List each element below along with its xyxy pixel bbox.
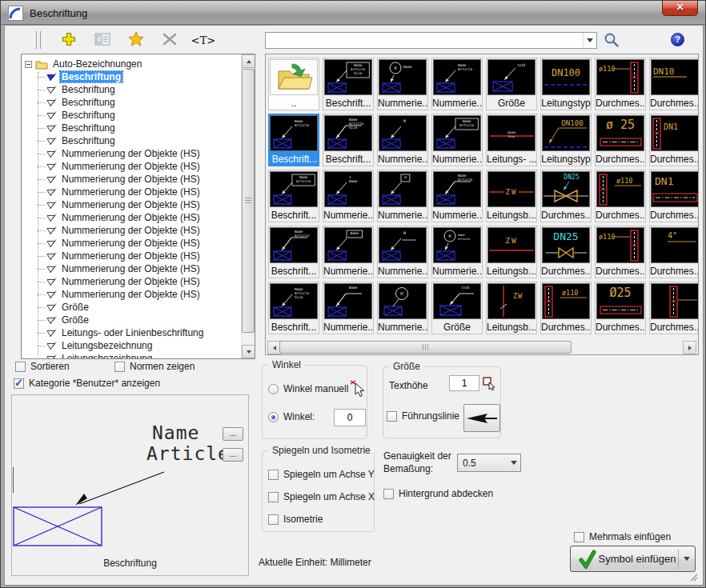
tree-item[interactable]: Nummerierung der Objekte (HS) [22, 275, 241, 288]
tree-item[interactable]: Beschriftung [22, 70, 241, 83]
spiegeln-x-checkbox[interactable]: Spiegeln um Achse X [268, 491, 375, 502]
symbol-cell[interactable]: 1NameNummerie... [323, 170, 374, 222]
tree-scroll-up-button[interactable] [242, 54, 255, 68]
symbol-cell[interactable]: DN100Leitungstyp [540, 114, 592, 166]
winkel-input[interactable] [334, 409, 366, 426]
tree-item[interactable]: Nummerierung der Objekte (HS) [22, 173, 241, 186]
tree-item[interactable]: Nummerierung der Objekte (HS) [22, 262, 241, 275]
tree-scrollbar[interactable] [241, 54, 255, 358]
symbol-cell[interactable]: ø110Durchmes... [595, 170, 646, 222]
folder-up-cell[interactable]: .. [268, 58, 319, 110]
symbol-cell[interactable]: NameArticleBeschrift... [268, 226, 319, 278]
tree-scroll-thumb[interactable] [242, 69, 255, 333]
tree-item[interactable]: Nummerierung der Objekte (HS) [22, 288, 241, 301]
symbol-cell[interactable]: 4"Durchmes... [649, 226, 699, 278]
spiegeln-y-checkbox[interactable]: Spiegeln um Achse Y [268, 469, 375, 480]
help-button[interactable]: ? [671, 33, 684, 46]
symbol-cell[interactable]: DN10Durchmes... [649, 58, 699, 110]
symbol-cell[interactable]: HNummerie... [377, 226, 428, 278]
symbol-cell[interactable]: ø110Durchmes... [595, 58, 646, 110]
fuehrungslinie-checkbox[interactable]: Führungslinie [387, 410, 459, 422]
symbol-cell[interactable]: NameArticleBeschrift... [268, 114, 319, 166]
hintergrund-checkbox[interactable]: Hintergrund abdecken [383, 488, 493, 499]
resize-grip[interactable] [688, 571, 699, 582]
tree-scroll-down-button[interactable] [242, 345, 255, 358]
tree-item[interactable]: Nummerierung der Objekte (HS) [22, 224, 241, 237]
tree-item[interactable]: Größe [22, 301, 241, 314]
tree-item[interactable]: Beschriftung [22, 134, 241, 147]
title-bar[interactable]: Beschriftung ✕ [1, 1, 705, 25]
tree-item[interactable]: Nummerierung der Objekte (HS) [22, 198, 241, 211]
tree-root-item[interactable]: Auto-Bezeichnungen [22, 58, 241, 70]
kategorie-checkbox[interactable]: Kategorie *Benutzer* anzeigen [14, 378, 160, 389]
tree-item[interactable]: Leitungsbezeichnung [22, 352, 241, 358]
symbol-cell[interactable]: HNameNummerie... [377, 58, 428, 110]
tree-item[interactable]: Nummerierung der Objekte (HS) [22, 250, 241, 262]
genauigkeit-dropdown[interactable]: 0.5 [457, 454, 521, 472]
symbol-cell[interactable]: NameArticleSizeBeschrift... [323, 114, 374, 166]
symbol-cell[interactable]: NameArticleBeschrift... [268, 170, 319, 222]
winkel-manuell-radio[interactable]: Winkel manuell [268, 383, 348, 394]
tree-item[interactable]: Beschriftung [22, 109, 241, 122]
tree-item[interactable]: Beschriftung [22, 83, 241, 96]
symbol-cell[interactable]: DN25Durchmes... [540, 170, 592, 222]
toolbar-grip[interactable] [36, 31, 41, 49]
grid-scroll-thumb[interactable] [279, 341, 572, 354]
search-button[interactable] [601, 30, 622, 51]
search-combobox[interactable] [265, 32, 597, 49]
symbol-cell[interactable]: 1143Größe [431, 282, 483, 334]
tree-item[interactable]: Nummerierung der Objekte (HS) [22, 237, 241, 250]
details-view-button[interactable] [92, 30, 113, 50]
symbol-cell[interactable]: ZWLeitungsb... [486, 282, 537, 334]
name-browse-button[interactable]: ... [223, 427, 243, 441]
symbol-cell[interactable]: HNummerie... [377, 170, 428, 222]
symbol-cell[interactable]: ZWLeitungsb... [486, 226, 537, 278]
tree-item[interactable]: Nummerierung der Objekte (HS) [22, 211, 241, 224]
normen-checkbox[interactable]: Normen zeigen [114, 361, 195, 372]
symbol-cell[interactable]: Durchmes... [649, 282, 699, 334]
add-symbol-button[interactable] [58, 30, 79, 50]
close-button[interactable]: ✕ [662, 1, 698, 16]
symbol-cell[interactable]: HNummerie... [377, 114, 428, 166]
insert-dropdown-arrow[interactable] [679, 557, 695, 561]
text-symbol-button[interactable]: <T> [193, 30, 214, 50]
winkel-radio[interactable]: Winkel: [268, 411, 315, 422]
sortieren-checkbox[interactable]: Sortieren [15, 361, 70, 372]
symbol-cell[interactable]: ø110Durchmes... [595, 226, 646, 278]
tree-item[interactable]: Größe [22, 314, 241, 326]
symbol-cell[interactable]: HNameArticleNummerie... [431, 226, 483, 278]
symbol-cell[interactable]: NameArticleNummerie... [431, 58, 483, 110]
symbol-cell[interactable]: NameNummerie... [323, 226, 374, 278]
symbol-cell[interactable]: NameArticleNummerie... [431, 170, 483, 222]
tree-collapse-icon[interactable] [25, 61, 32, 68]
symbol-cell[interactable]: NameArticleSizeBeschrift... [323, 58, 374, 110]
grid-hscrollbar[interactable] [267, 341, 696, 354]
symbol-cell[interactable]: DN100Leitungstyp [540, 58, 592, 110]
symbol-cell[interactable]: DN1Durchmes... [649, 170, 699, 222]
leader-style-button[interactable] [463, 404, 500, 432]
symbol-cell[interactable]: Ø25Durchmes... [595, 282, 646, 334]
tree-item[interactable]: Leitungs- oder Linienbeschriftung [22, 326, 241, 339]
favorites-button[interactable] [126, 30, 146, 50]
symbol-cell[interactable]: NameNummerie... [323, 282, 374, 334]
texthoehe-input[interactable] [449, 375, 479, 391]
mehrmals-checkbox[interactable]: Mehrmals einfügen [574, 531, 671, 542]
delete-button[interactable] [159, 30, 180, 50]
pick-from-screen-button[interactable] [483, 377, 496, 390]
symbol-cell[interactable]: ZWLeitungsb... [486, 170, 537, 222]
search-dropdown-arrow[interactable] [583, 33, 596, 48]
tree-item[interactable]: Leitungsbezeichnung [22, 339, 241, 352]
symbol-cell[interactable]: ø110Durchmes... [540, 282, 592, 334]
tree-item[interactable]: Nummerierung der Objekte (HS) [22, 147, 241, 160]
symbol-cell[interactable]: DN1Durchmes... [649, 114, 699, 166]
symbol-cell[interactable]: NameArticleSizeBeschrift... [268, 282, 319, 334]
symbol-cell[interactable]: DN25Durchmes... [540, 226, 592, 278]
symbol-cell[interactable]: NameArticleNummerie... [431, 114, 483, 166]
tree-item[interactable]: Beschriftung [22, 122, 241, 134]
tree-item[interactable]: Beschriftung [22, 96, 241, 109]
symbol-einfuegen-button[interactable]: Symbol einfügen [570, 546, 696, 572]
tree-item[interactable]: Nummerierung der Objekte (HS) [22, 186, 241, 198]
symbol-cell[interactable]: DN100SizeLeitungs- ... [486, 114, 537, 166]
symbol-cell[interactable]: 1143Größe [486, 58, 537, 110]
isometrie-checkbox[interactable]: Isometrie [268, 514, 323, 525]
